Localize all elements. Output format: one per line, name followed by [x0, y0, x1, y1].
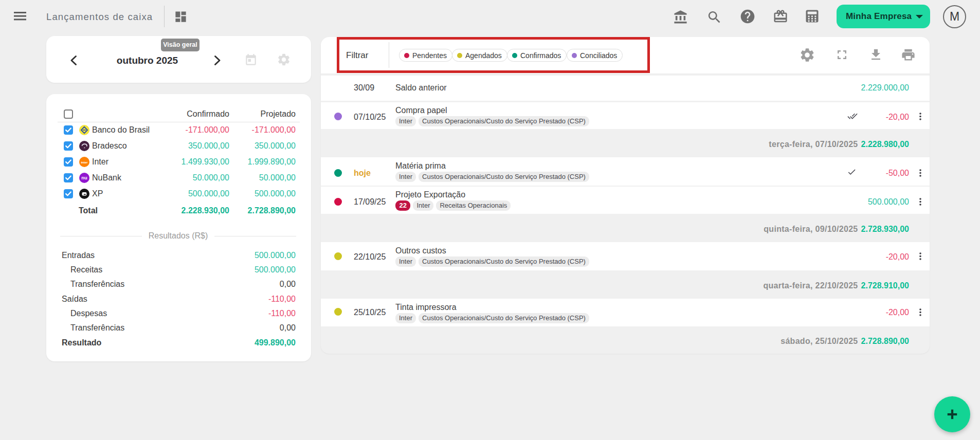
- svg-text:nu: nu: [81, 175, 87, 180]
- svg-text:inter: inter: [81, 160, 88, 163]
